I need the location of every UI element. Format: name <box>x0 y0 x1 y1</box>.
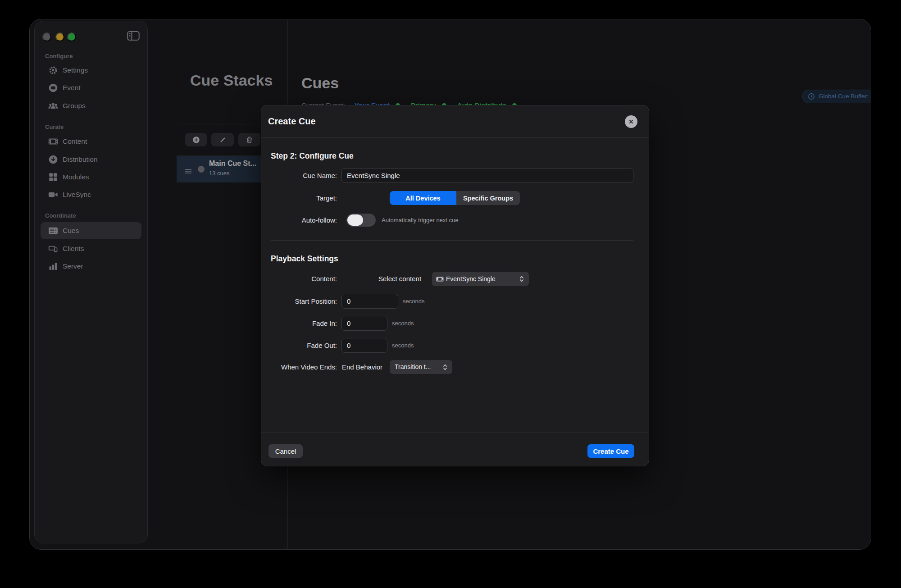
step-heading: Step 2: Configure Cue <box>271 151 354 161</box>
auto-follow-caption: Automatically trigger next cue <box>382 214 459 227</box>
stack-name: Main Cue St... <box>209 159 256 168</box>
download-circle-icon <box>48 155 58 164</box>
stack-cue-count: 13 cues <box>209 169 230 177</box>
sidebar-toggle-icon[interactable] <box>127 31 140 41</box>
end-behavior-dropdown[interactable]: Transition t... <box>390 360 452 374</box>
sidebar-item-clients[interactable]: Clients <box>41 240 141 257</box>
app-window: Configure Settings Event Groups Curate <box>29 19 871 550</box>
close-icon[interactable] <box>625 115 637 128</box>
divider <box>271 240 633 241</box>
devices-icon <box>48 244 58 254</box>
fade-out-input[interactable] <box>341 338 387 353</box>
sidebar-section-configure: Configure <box>45 52 73 60</box>
sidebar-item-cues[interactable]: Cues <box>41 222 141 239</box>
content-select-value: EventSync Single <box>446 272 496 286</box>
sidebar-item-label: Distribution <box>63 151 98 168</box>
sidebar-item-distribution[interactable]: Distribution <box>41 151 141 168</box>
content-select-dropdown[interactable]: EventSync Single <box>432 272 529 286</box>
sidebar-item-label: LiveSync <box>63 186 91 203</box>
global-cue-buffer-badge: Global Cue Buffer: 2.0s <box>802 90 871 103</box>
start-position-label: Start Position: <box>261 294 337 309</box>
sidebar-section-curate: Curate <box>45 123 64 131</box>
sidebar-item-content[interactable]: Content <box>41 133 141 150</box>
sidebar: Configure Settings Event Groups Curate <box>34 21 148 543</box>
global-cue-buffer-label: Global Cue Buffer: <box>819 90 869 103</box>
cue-name-input[interactable] <box>341 168 633 183</box>
traffic-light-close-button[interactable] <box>42 32 51 41</box>
content-label: Content: <box>261 272 337 286</box>
create-cue-modal: Create Cue Step 2: Configure Cue Cue Nam… <box>261 105 649 466</box>
sidebar-item-label: Server <box>63 258 83 275</box>
gear-icon <box>48 65 58 75</box>
drag-handle-icon[interactable] <box>185 167 191 172</box>
fade-in-input[interactable] <box>341 316 387 331</box>
grid-icon <box>48 172 58 182</box>
sidebar-item-server[interactable]: Server <box>41 258 141 275</box>
toggle-knob <box>347 214 363 226</box>
traffic-light-zoom-button[interactable] <box>67 32 76 41</box>
sidebar-item-livesync[interactable]: LiveSync <box>41 186 141 203</box>
chevron-up-down-icon <box>443 364 447 371</box>
event-icon <box>48 83 58 93</box>
cues-page-title: Cues <box>301 73 339 93</box>
sidebar-item-label: Settings <box>63 62 88 79</box>
sidebar-item-label: Event <box>63 79 81 96</box>
add-cue-stack-button[interactable] <box>185 133 207 146</box>
video-camera-icon <box>48 190 58 200</box>
edit-cue-stack-button[interactable] <box>211 133 234 146</box>
sidebar-item-label: Cues <box>63 222 79 239</box>
list-icon <box>48 226 58 236</box>
cue-stacks-title: Cue Stacks <box>190 70 273 90</box>
seconds-unit: seconds <box>403 294 424 309</box>
film-icon <box>48 137 58 146</box>
sidebar-item-modules[interactable]: Modules <box>41 169 141 186</box>
modal-title: Create Cue <box>268 105 316 137</box>
end-behavior-value: Transition t... <box>395 360 431 374</box>
modal-header: Create Cue <box>261 105 649 138</box>
traffic-light-minimize-button[interactable] <box>55 32 64 41</box>
when-video-ends-label: When Video Ends: <box>261 360 337 374</box>
groups-icon <box>48 101 58 111</box>
cancel-button[interactable]: Cancel <box>268 444 303 458</box>
fade-in-label: Fade In: <box>261 316 337 331</box>
delete-cue-stack-button[interactable] <box>238 133 260 146</box>
start-position-input[interactable] <box>341 294 398 309</box>
sidebar-item-groups[interactable]: Groups <box>41 97 141 114</box>
fade-out-label: Fade Out: <box>261 338 337 353</box>
target-segmented-control: All Devices Specific Groups <box>390 191 520 205</box>
film-icon <box>436 275 444 283</box>
auto-follow-label: Auto-follow: <box>261 214 337 227</box>
create-cue-button[interactable]: Create Cue <box>587 444 634 458</box>
sidebar-item-label: Content <box>63 133 87 150</box>
chevron-up-down-icon <box>519 275 524 283</box>
sidebar-item-label: Clients <box>63 240 84 257</box>
select-content-label: Select content <box>378 272 421 286</box>
bar-chart-icon <box>48 261 58 271</box>
seconds-unit: seconds <box>392 338 414 353</box>
end-behavior-label: End Behavior <box>342 360 382 374</box>
sidebar-section-coordinate: Coordinate <box>45 212 76 220</box>
seconds-unit: seconds <box>392 316 414 331</box>
clock-icon <box>808 93 815 100</box>
sidebar-item-event[interactable]: Event <box>41 79 141 96</box>
target-all-devices-segment[interactable]: All Devices <box>390 191 456 205</box>
desktop: Configure Settings Event Groups Curate <box>0 0 901 588</box>
playback-settings-heading: Playback Settings <box>271 254 338 264</box>
sidebar-item-label: Modules <box>63 169 89 186</box>
sidebar-item-label: Groups <box>63 97 86 114</box>
stack-status-dot-icon <box>198 166 205 173</box>
target-label: Target: <box>261 191 337 205</box>
cue-name-label: Cue Name: <box>261 168 337 183</box>
modal-footer: Cancel Create Cue <box>261 433 649 466</box>
sidebar-item-settings[interactable]: Settings <box>41 62 141 79</box>
target-specific-groups-segment[interactable]: Specific Groups <box>456 191 520 205</box>
auto-follow-toggle[interactable] <box>346 214 376 227</box>
